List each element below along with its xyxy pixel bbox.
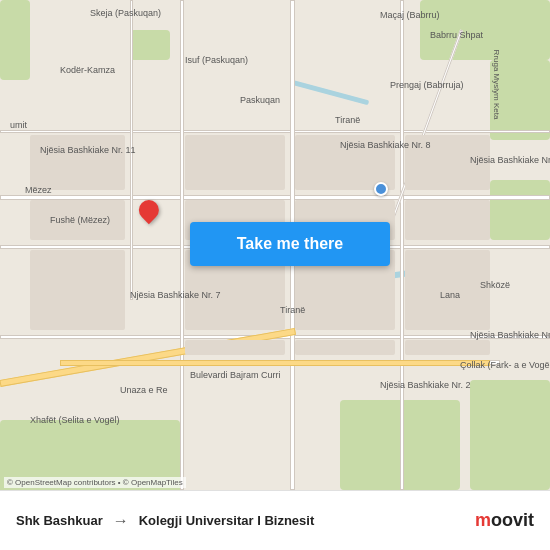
map-container: Skeja (Paskuqan)Maçaj (Babrru)Babrru Shp… [0, 0, 550, 490]
moovit-logo: moovit [475, 510, 534, 531]
city-block [405, 250, 490, 330]
city-block [30, 200, 125, 240]
location-from: Shk Bashkuar [16, 513, 103, 528]
road-label-myslym: Rruga Myslym Keta [492, 50, 501, 120]
green-area [490, 180, 550, 240]
green-area [0, 0, 30, 80]
city-block [405, 200, 490, 240]
location-to: Kolegji Universitar I Biznesit [139, 513, 315, 528]
take-me-there-button[interactable]: Take me there [190, 222, 390, 266]
road-boulevard [60, 360, 490, 366]
bottom-bar: Shk Bashkuar → Kolegji Universitar I Biz… [0, 490, 550, 550]
road-major-v [400, 0, 404, 490]
city-block [30, 250, 125, 330]
green-area [420, 0, 550, 60]
city-block [185, 135, 285, 190]
road-major-v [180, 0, 184, 490]
road-major [0, 130, 550, 133]
city-block [295, 340, 395, 355]
map-attribution: © OpenStreetMap contributors • © OpenMap… [4, 477, 186, 488]
green-area [130, 30, 170, 60]
city-block [30, 135, 125, 190]
city-block [405, 340, 490, 355]
arrow-icon: → [113, 512, 129, 530]
destination-marker [374, 182, 388, 196]
road-minor-v [130, 0, 133, 300]
city-block [405, 135, 490, 190]
green-area [470, 380, 550, 490]
city-block [185, 340, 285, 355]
